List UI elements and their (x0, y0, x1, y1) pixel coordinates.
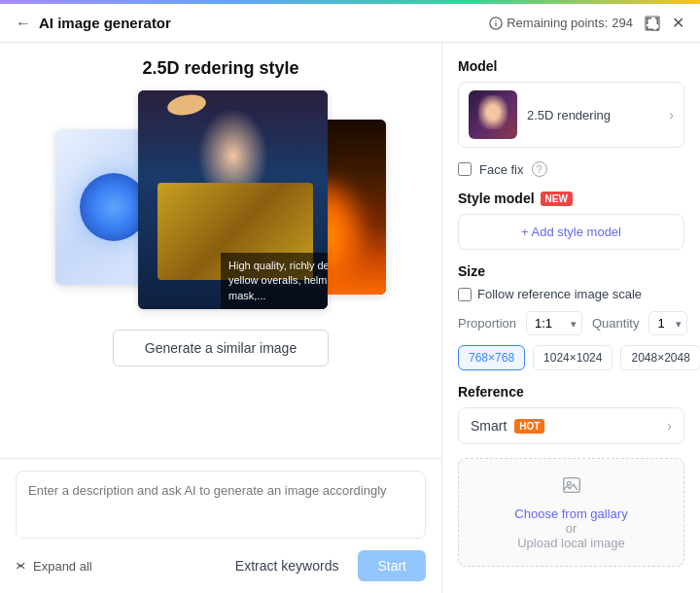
back-button[interactable]: ← (16, 15, 31, 32)
start-button[interactable]: Start (358, 550, 426, 581)
textarea-actions: Expand all Extract keywords Start (16, 550, 426, 581)
extract-keywords-button[interactable]: Extract keywords (224, 552, 351, 579)
quantity-select-wrapper: 1 2 4 (648, 311, 687, 335)
header: ← AI image generator Remaining points: 2… (0, 4, 700, 43)
reference-section-label: Reference (458, 384, 684, 400)
remaining-value: 294 (612, 16, 633, 30)
right-actions: Extract keywords Start (224, 550, 426, 581)
header-left: ← AI image generator (16, 15, 171, 32)
image-card-center: High quality, richly detailed, 1 girl, y… (138, 90, 328, 309)
reference-left: Smart HOT (471, 418, 544, 434)
resolution-2048-button[interactable]: 2048×2048 (620, 345, 700, 370)
chevron-right-icon: › (669, 107, 674, 122)
expand-all-button[interactable]: Expand all (16, 559, 92, 574)
choose-from-gallery-link[interactable]: Choose from gallary (474, 506, 668, 521)
upload-or-text: or (474, 521, 668, 536)
proportion-select-wrapper: 1:1 4:3 16:9 (526, 311, 582, 335)
quantity-label: Quantity (592, 316, 639, 331)
upload-icon (474, 474, 668, 501)
svg-point-5 (567, 481, 571, 485)
expand-icon (645, 16, 660, 31)
image-stack: High quality, richly detailed, 1 girl, y… (55, 90, 386, 314)
textarea-section: Expand all Extract keywords Start (0, 458, 441, 593)
showcase-title: 2.5D redering style (142, 58, 298, 79)
reference-section: Reference Smart HOT › (458, 384, 684, 444)
left-panel: 2.5D redering style High quality, richly… (0, 43, 442, 593)
upload-local-link[interactable]: Upload local image (474, 536, 668, 550)
model-section: Model 2.5D rendering › (458, 58, 684, 148)
app-title: AI image generator (39, 15, 171, 31)
upload-area: Choose from gallary or Upload local imag… (458, 458, 684, 567)
expand-all-icon (16, 559, 29, 573)
size-section: Size Follow reference image scale Propor… (458, 263, 684, 370)
generate-similar-button[interactable]: Generate a similar image (113, 330, 329, 366)
face-fix-checkbox[interactable] (458, 162, 472, 176)
image-caption: High quality, richly detailed, 1 girl, y… (221, 253, 328, 309)
header-right: Remaining points: 294 ✕ (489, 14, 684, 32)
right-panel: Model 2.5D rendering › Face fix ? Style … (442, 43, 700, 593)
model-card-left: 2.5D rendering (469, 90, 611, 139)
face-fix-row: Face fix ? (458, 161, 684, 177)
remaining-points: Remaining points: 294 (489, 16, 633, 30)
follow-reference-row: Follow reference image scale (458, 287, 684, 301)
hot-badge: HOT (514, 419, 544, 434)
model-section-label: Model (458, 58, 684, 74)
model-name: 2.5D rendering (527, 108, 611, 122)
style-model-section: Style model NEW + Add style model (458, 191, 684, 250)
image-showcase: 2.5D redering style High quality, richly… (0, 43, 441, 458)
follow-reference-label: Follow reference image scale (477, 287, 642, 301)
svg-point-2 (496, 19, 497, 20)
proportion-row: Proportion 1:1 4:3 16:9 Quantity 1 2 4 (458, 311, 684, 335)
model-selector[interactable]: 2.5D rendering › (458, 82, 684, 148)
size-section-label: Size (458, 263, 684, 279)
expand-window-button[interactable] (645, 16, 660, 31)
new-badge: NEW (541, 192, 573, 206)
proportion-label: Proportion (458, 316, 516, 331)
expand-all-label: Expand all (33, 559, 92, 574)
close-icon: ✕ (672, 14, 684, 32)
quantity-select[interactable]: 1 2 4 (648, 311, 687, 335)
proportion-select[interactable]: 1:1 4:3 16:9 (526, 311, 582, 335)
close-button[interactable]: ✕ (672, 14, 684, 32)
add-style-model-button[interactable]: + Add style model (458, 214, 684, 250)
info-icon (489, 17, 503, 30)
help-icon[interactable]: ? (532, 161, 547, 177)
prompt-input[interactable] (16, 471, 426, 539)
resolution-1024-button[interactable]: 1024×1024 (533, 345, 612, 370)
resolution-row: 768×768 1024×1024 2048×2048 (458, 345, 684, 370)
remaining-label: Remaining points: (507, 16, 608, 30)
face-fix-label: Face fix (479, 162, 524, 177)
follow-reference-checkbox[interactable] (458, 288, 472, 301)
style-model-header: Style model NEW (458, 191, 684, 206)
main-content: 2.5D redering style High quality, richly… (0, 43, 700, 593)
smart-label: Smart (471, 418, 507, 434)
reference-selector[interactable]: Smart HOT › (458, 407, 684, 444)
resolution-768-button[interactable]: 768×768 (458, 345, 525, 370)
style-model-label: Style model (458, 191, 535, 206)
model-thumbnail (469, 90, 517, 139)
reference-chevron-icon: › (667, 418, 672, 434)
